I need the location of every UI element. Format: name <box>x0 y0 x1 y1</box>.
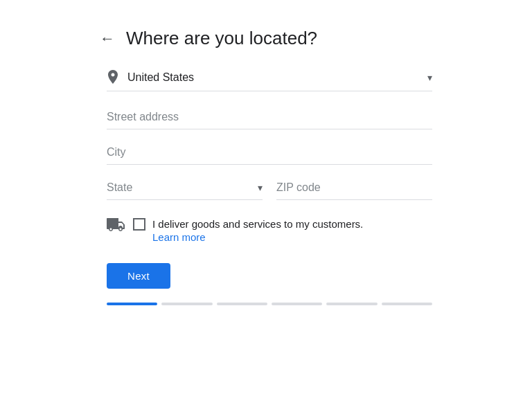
state-zip-row: State Alabama Alaska Arizona California … <box>107 176 432 200</box>
country-select[interactable]: United States Canada United Kingdom Aust… <box>127 71 432 83</box>
truck-icon <box>107 218 125 236</box>
next-button[interactable]: Next <box>107 263 170 289</box>
page-container: ← Where are you located? United States C… <box>0 0 532 405</box>
zip-code-input[interactable] <box>276 176 432 197</box>
country-select-wrapper: United States Canada United Kingdom Aust… <box>127 71 432 84</box>
state-select[interactable]: State Alabama Alaska Arizona California … <box>107 176 263 196</box>
back-button[interactable]: ← <box>100 28 121 49</box>
header-row: ← Where are you located? <box>100 28 432 49</box>
delivery-row: I deliver goods and services to my custo… <box>107 217 432 244</box>
progress-segment-4 <box>272 303 322 305</box>
progress-segment-6 <box>382 303 432 305</box>
back-arrow-icon: ← <box>100 31 115 46</box>
delivery-checkbox[interactable] <box>133 218 145 231</box>
progress-segment-1 <box>107 303 157 305</box>
city-wrapper <box>107 141 432 165</box>
country-row: United States Canada United Kingdom Aust… <box>107 70 432 91</box>
street-address-wrapper <box>107 105 432 129</box>
city-input[interactable] <box>107 141 432 161</box>
page-title: Where are you located? <box>126 28 317 49</box>
zip-wrapper <box>276 176 432 200</box>
location-pin-icon <box>107 70 119 85</box>
delivery-text: I deliver goods and services to my custo… <box>152 218 363 230</box>
delivery-checkbox-wrapper <box>133 218 145 231</box>
progress-bar <box>107 303 432 305</box>
street-address-input[interactable] <box>107 105 432 126</box>
progress-segment-2 <box>161 303 212 305</box>
delivery-text-wrapper: I deliver goods and services to my custo… <box>152 217 432 244</box>
form-section: United States Canada United Kingdom Aust… <box>107 70 432 305</box>
progress-segment-3 <box>217 303 267 305</box>
content-area: ← Where are you located? United States C… <box>86 21 446 312</box>
progress-segment-5 <box>326 303 377 305</box>
learn-more-link[interactable]: Learn more <box>152 231 206 243</box>
state-wrapper: State Alabama Alaska Arizona California … <box>107 176 263 200</box>
